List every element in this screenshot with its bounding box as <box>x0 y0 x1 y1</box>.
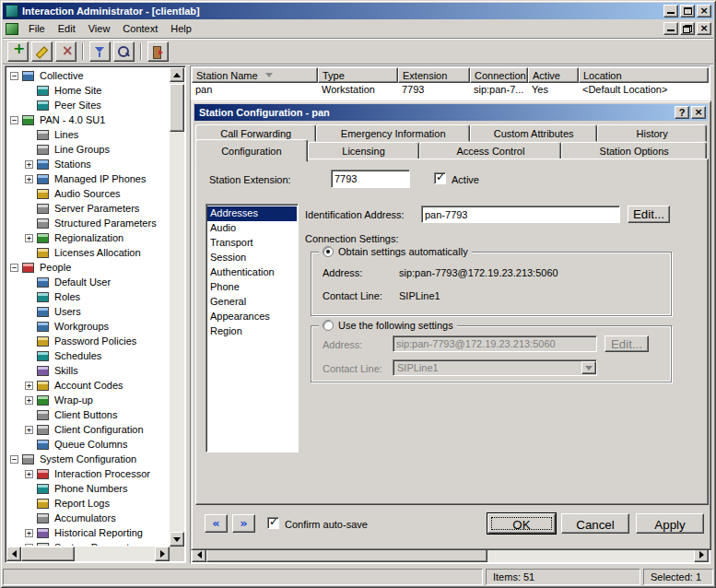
menu-view[interactable]: View <box>82 20 117 37</box>
tree-item-queue-columns[interactable]: Queue Columns <box>7 437 169 452</box>
tree-item-password-policies[interactable]: Password Policies <box>7 334 169 348</box>
menu-edit[interactable]: Edit <box>52 20 82 37</box>
plus-expander-icon[interactable]: + <box>25 529 33 537</box>
plus-expander-icon[interactable]: + <box>25 234 33 242</box>
menu-file[interactable]: File <box>22 20 52 37</box>
plus-expander-icon[interactable]: + <box>25 470 33 478</box>
station-extension-input[interactable] <box>331 170 410 188</box>
plus-expander-icon[interactable]: + <box>25 396 33 405</box>
scroll-left-button[interactable] <box>6 547 21 561</box>
menu-context[interactable]: Context <box>116 20 164 37</box>
scroll-track[interactable] <box>75 547 155 561</box>
tab-access-control[interactable]: Access Control <box>419 142 561 159</box>
menu-help[interactable]: Help <box>164 20 198 37</box>
edit-identification-button[interactable]: Edit... <box>628 206 670 223</box>
minus-expander-icon[interactable]: − <box>10 72 18 80</box>
list-item-audio[interactable]: Audio <box>207 221 297 236</box>
list-item-authentication[interactable]: Authentication <box>207 265 297 280</box>
tab-history[interactable]: History <box>597 124 707 142</box>
tab-emergency-information[interactable]: Emergency Information <box>316 124 469 142</box>
plus-expander-icon[interactable]: + <box>25 426 33 434</box>
minus-expander-icon[interactable]: − <box>10 455 18 464</box>
tree-item-schedules[interactable]: Schedules <box>7 348 169 363</box>
station-row[interactable]: pan Workstation 7793 sip:pan-7... Yes <D… <box>192 83 709 98</box>
tree-item-lines[interactable]: Lines <box>7 127 169 142</box>
tree-item-client-buttons[interactable]: Client Buttons <box>7 407 169 422</box>
use-following-radio[interactable] <box>323 320 334 331</box>
filter-button[interactable] <box>89 41 111 62</box>
list-item-transport[interactable]: Transport <box>207 236 297 251</box>
column-header-extension[interactable]: Extension <box>398 67 470 83</box>
edit-button[interactable] <box>31 41 53 62</box>
tree-vertical-scrollbar[interactable] <box>170 67 184 547</box>
apply-button[interactable]: Apply <box>636 513 704 534</box>
tree-item-roles[interactable]: Roles <box>7 289 169 304</box>
list-item-general[interactable]: General <box>207 295 297 310</box>
tree-horizontal-scrollbar[interactable] <box>6 547 170 561</box>
tab-configuration[interactable]: Configuration <box>195 139 308 162</box>
tree-item-users[interactable]: Users <box>7 304 169 319</box>
list-item-phone[interactable]: Phone <box>207 280 297 295</box>
tree-item-stations[interactable]: +Stations <box>7 157 169 171</box>
tree-item-audio-sources[interactable]: Audio Sources <box>7 186 169 201</box>
tree-item-managed-ip-phones[interactable]: +Managed IP Phones <box>7 171 169 186</box>
tree-item-collective[interactable]: −Collective <box>7 68 169 83</box>
tree-item-licenses-allocation[interactable]: Licenses Allocation <box>7 245 169 260</box>
scroll-thumb[interactable] <box>21 547 75 561</box>
tree-item-home-site[interactable]: Home Site <box>7 83 169 98</box>
column-header-active[interactable]: Active <box>528 67 579 83</box>
scroll-thumb[interactable] <box>170 84 184 132</box>
list-item-session[interactable]: Session <box>207 251 297 265</box>
document-icon[interactable] <box>6 23 18 35</box>
minus-expander-icon[interactable]: − <box>10 264 18 272</box>
tab-licensing[interactable]: Licensing <box>308 142 420 159</box>
tree-item-client-configuration[interactable]: +Client Configuration <box>7 422 169 437</box>
scroll-up-button[interactable] <box>170 67 184 82</box>
mdi-restore-button[interactable] <box>680 22 695 35</box>
tree-item-account-codes[interactable]: +Account Codes <box>7 378 169 393</box>
tree-item-accumulators[interactable]: Accumulators <box>7 511 169 525</box>
tree-item-phone-numbers[interactable]: Phone Numbers <box>7 481 169 496</box>
list-item-appearances[interactable]: Appearances <box>207 310 297 324</box>
obtain-settings-radio[interactable] <box>323 246 334 257</box>
column-header-location[interactable]: Location <box>579 67 709 83</box>
column-header-type[interactable]: Type <box>318 67 398 83</box>
tree-item-structured-parameters[interactable]: Structured Parameters <box>7 216 169 230</box>
tree-item-skills[interactable]: Skills <box>7 363 169 378</box>
list-item-addresses[interactable]: Addresses <box>207 206 297 221</box>
delete-button[interactable] <box>55 41 76 62</box>
tree-item-pan-4-0-su1[interactable]: −PAN - 4.0 SU1 <box>7 112 169 127</box>
scroll-down-button[interactable] <box>170 532 184 547</box>
tab-custom-attributes[interactable]: Custom Attributes <box>470 124 597 142</box>
maximize-button[interactable] <box>680 5 695 18</box>
dialog-help-button[interactable]: ? <box>675 106 689 119</box>
tree-item-people[interactable]: −People <box>7 260 169 275</box>
dialog-titlebar[interactable]: Station Configuration - pan ? × <box>194 104 708 121</box>
logout-button[interactable] <box>147 41 169 62</box>
tree-item-line-groups[interactable]: Line Groups <box>7 142 169 157</box>
minimize-button[interactable] <box>663 5 678 18</box>
mdi-minimize-button[interactable] <box>663 22 678 35</box>
tree-item-system-parameters[interactable]: +System Parameters <box>7 540 169 546</box>
minus-expander-icon[interactable]: − <box>10 116 18 124</box>
list-item-region[interactable]: Region <box>207 324 297 339</box>
search-button[interactable] <box>113 41 135 62</box>
active-checkbox[interactable] <box>434 172 446 184</box>
tree-item-system-configuration[interactable]: −System Configuration <box>7 452 169 466</box>
window-titlebar[interactable]: Interaction Administrator - [clientlab] … <box>3 3 713 19</box>
scroll-right-button[interactable] <box>155 547 170 561</box>
tree-item-workgroups[interactable]: Workgroups <box>7 319 169 334</box>
tree-item-interaction-processor[interactable]: +Interaction Processor <box>7 466 169 481</box>
plus-expander-icon[interactable]: + <box>25 544 33 547</box>
previous-station-button[interactable]: « <box>205 514 228 533</box>
dialog-close-button[interactable]: × <box>691 106 706 119</box>
tree-item-historical-reporting[interactable]: +Historical Reporting <box>7 525 169 540</box>
tree-item-default-user[interactable]: Default User <box>7 275 169 289</box>
column-header-station-name[interactable]: Station Name <box>192 67 318 83</box>
plus-expander-icon[interactable]: + <box>25 160 33 169</box>
tree-item-server-parameters[interactable]: Server Parameters <box>7 201 169 216</box>
identification-address-input[interactable] <box>421 206 620 223</box>
cancel-button[interactable]: Cancel <box>561 513 629 534</box>
column-header-connection[interactable]: Connection <box>470 67 528 83</box>
tree-item-regionalization[interactable]: +Regionalization <box>7 230 169 245</box>
